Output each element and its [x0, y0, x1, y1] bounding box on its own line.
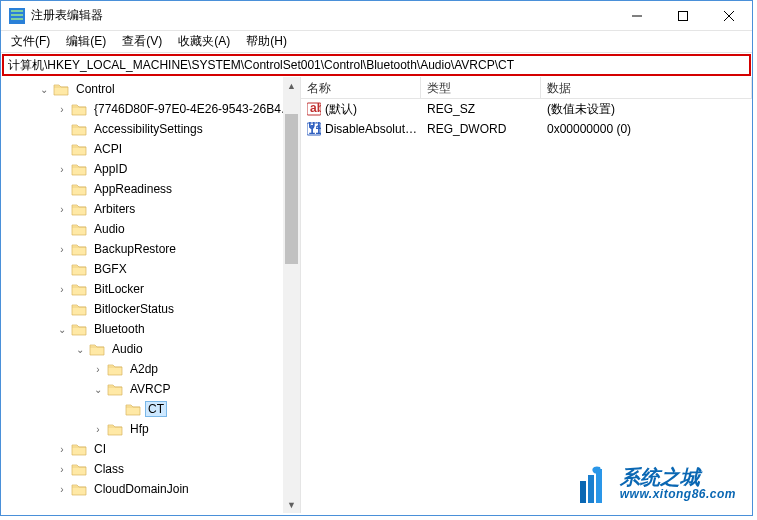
- tree-item[interactable]: Audio: [1, 219, 300, 239]
- scroll-thumb[interactable]: [285, 114, 298, 264]
- title-bar[interactable]: 注册表编辑器: [1, 1, 752, 31]
- expander-icon: [55, 262, 69, 276]
- expander-icon[interactable]: ›: [55, 202, 69, 216]
- folder-icon: [107, 362, 123, 376]
- expander-icon[interactable]: ⌄: [55, 322, 69, 336]
- tree-item-label: Control: [73, 81, 118, 97]
- app-icon: [9, 8, 25, 24]
- scroll-track[interactable]: [283, 94, 300, 496]
- menu-view[interactable]: 查看(V): [114, 31, 170, 52]
- tree-item[interactable]: ›A2dp: [1, 359, 300, 379]
- list-pane: 名称 类型 数据 (默认)REG_SZ(数值未设置)DisableAbsolut…: [301, 77, 752, 513]
- column-data[interactable]: 数据: [541, 77, 752, 98]
- tree-scrollbar[interactable]: ▲ ▼: [283, 77, 300, 513]
- value-type: REG_DWORD: [421, 121, 541, 137]
- close-button[interactable]: [706, 1, 752, 30]
- folder-icon: [71, 462, 87, 476]
- menu-file[interactable]: 文件(F): [3, 31, 58, 52]
- window-controls: [614, 1, 752, 30]
- tree-item[interactable]: ⌄AVRCP: [1, 379, 300, 399]
- value-row[interactable]: DisableAbsolut…REG_DWORD0x00000000 (0): [301, 119, 752, 139]
- tree-item[interactable]: ›{7746D80F-97E0-4E26-9543-26B4…: [1, 99, 300, 119]
- tree-item-label: AVRCP: [127, 381, 173, 397]
- tree-item[interactable]: ›CI: [1, 439, 300, 459]
- folder-icon: [107, 382, 123, 396]
- tree-item-label: BackupRestore: [91, 241, 179, 257]
- tree-item[interactable]: ›Arbiters: [1, 199, 300, 219]
- window-title: 注册表编辑器: [31, 7, 614, 24]
- folder-icon: [71, 122, 87, 136]
- tree-item[interactable]: CT: [1, 399, 300, 419]
- expander-icon[interactable]: ›: [55, 102, 69, 116]
- expander-icon[interactable]: ›: [55, 462, 69, 476]
- value-row[interactable]: (默认)REG_SZ(数值未设置): [301, 99, 752, 119]
- tree-item[interactable]: ›Class: [1, 459, 300, 479]
- svg-rect-10: [596, 469, 602, 503]
- tree-item-label: BitlockerStatus: [91, 301, 177, 317]
- tree-scroll[interactable]: ⌄Control›{7746D80F-97E0-4E26-9543-26B4…A…: [1, 77, 300, 513]
- svg-rect-1: [11, 10, 23, 12]
- tree-item[interactable]: ACPI: [1, 139, 300, 159]
- expander-icon[interactable]: ⌄: [91, 382, 105, 396]
- folder-icon: [71, 482, 87, 496]
- expander-icon: [55, 182, 69, 196]
- expander-icon[interactable]: ⌄: [37, 82, 51, 96]
- reg-sz-icon: [307, 102, 321, 116]
- scroll-up-icon[interactable]: ▲: [283, 77, 300, 94]
- tree-item[interactable]: ›BitLocker: [1, 279, 300, 299]
- menu-help[interactable]: 帮助(H): [238, 31, 295, 52]
- expander-icon: [55, 222, 69, 236]
- expander-icon[interactable]: ⌄: [73, 342, 87, 356]
- address-bar[interactable]: 计算机\HKEY_LOCAL_MACHINE\SYSTEM\ControlSet…: [2, 54, 751, 76]
- maximize-button[interactable]: [660, 1, 706, 30]
- expander-icon[interactable]: ›: [55, 482, 69, 496]
- expander-icon[interactable]: ›: [55, 442, 69, 456]
- tree-item[interactable]: AppReadiness: [1, 179, 300, 199]
- menu-edit[interactable]: 编辑(E): [58, 31, 114, 52]
- column-type[interactable]: 类型: [421, 77, 541, 98]
- tree-item-label: Bluetooth: [91, 321, 148, 337]
- expander-icon[interactable]: ›: [55, 282, 69, 296]
- menu-bar: 文件(F) 编辑(E) 查看(V) 收藏夹(A) 帮助(H): [1, 31, 752, 53]
- scroll-down-icon[interactable]: ▼: [283, 496, 300, 513]
- tree-item[interactable]: ⌄Control: [1, 79, 300, 99]
- folder-icon: [71, 202, 87, 216]
- address-path: 计算机\HKEY_LOCAL_MACHINE\SYSTEM\ControlSet…: [8, 57, 514, 74]
- tree-item[interactable]: BGFX: [1, 259, 300, 279]
- tree-item-label: Audio: [109, 341, 146, 357]
- expander-icon[interactable]: ›: [91, 422, 105, 436]
- tree-item[interactable]: ›Hfp: [1, 419, 300, 439]
- folder-icon: [89, 342, 105, 356]
- expander-icon: [55, 122, 69, 136]
- folder-icon: [71, 262, 87, 276]
- tree-item-label: AppID: [91, 161, 130, 177]
- folder-icon: [107, 422, 123, 436]
- tree-item[interactable]: ›BackupRestore: [1, 239, 300, 259]
- tree-item-label: Hfp: [127, 421, 152, 437]
- expander-icon[interactable]: ›: [91, 362, 105, 376]
- watermark-url: www.xitong86.com: [620, 488, 736, 501]
- value-name: (默认): [325, 101, 357, 118]
- tree-item[interactable]: ›CloudDomainJoin: [1, 479, 300, 499]
- value-name: DisableAbsolut…: [325, 122, 417, 136]
- value-type: REG_SZ: [421, 101, 541, 117]
- registry-tree: ⌄Control›{7746D80F-97E0-4E26-9543-26B4…A…: [1, 77, 300, 501]
- minimize-button[interactable]: [614, 1, 660, 30]
- tree-item[interactable]: ⌄Audio: [1, 339, 300, 359]
- tree-item[interactable]: ›AppID: [1, 159, 300, 179]
- watermark-icon: [572, 463, 614, 505]
- tree-item-label: A2dp: [127, 361, 161, 377]
- tree-item-label: Audio: [91, 221, 128, 237]
- tree-item[interactable]: BitlockerStatus: [1, 299, 300, 319]
- watermark-title: 系统之城: [620, 466, 736, 488]
- tree-item[interactable]: ⌄Bluetooth: [1, 319, 300, 339]
- folder-icon: [71, 222, 87, 236]
- expander-icon[interactable]: ›: [55, 162, 69, 176]
- column-name[interactable]: 名称: [301, 77, 421, 98]
- tree-item-label: AppReadiness: [91, 181, 175, 197]
- tree-item[interactable]: AccessibilitySettings: [1, 119, 300, 139]
- folder-icon: [71, 242, 87, 256]
- menu-favorites[interactable]: 收藏夹(A): [170, 31, 238, 52]
- expander-icon[interactable]: ›: [55, 242, 69, 256]
- folder-icon: [71, 282, 87, 296]
